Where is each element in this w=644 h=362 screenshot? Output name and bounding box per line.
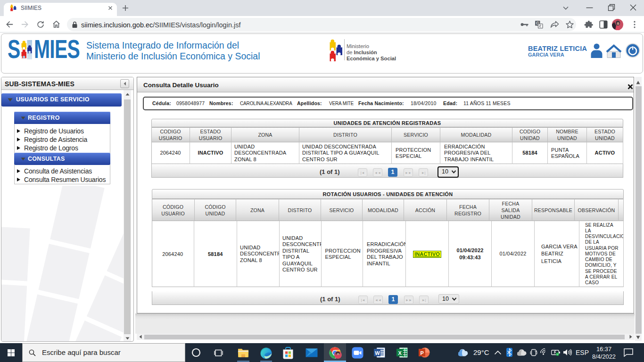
svg-text:P: P — [421, 350, 424, 356]
svg-text:W: W — [375, 350, 380, 356]
svg-text:X: X — [398, 350, 402, 356]
